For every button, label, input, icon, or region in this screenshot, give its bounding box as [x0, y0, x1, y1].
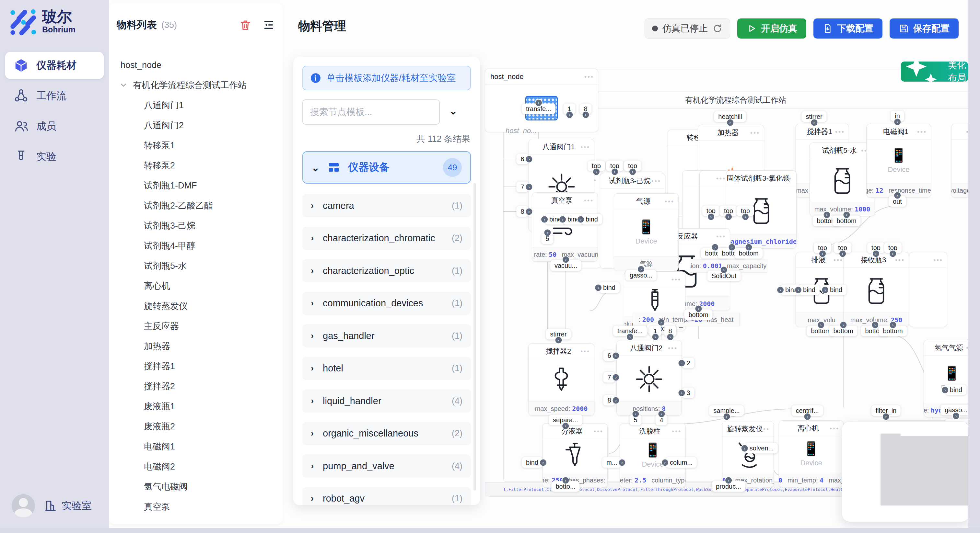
- canvas-node-分液器[interactable]: 分液器•••volume: 250has_phases: true: [542, 423, 608, 487]
- port-dot-icon[interactable]: ›: [839, 251, 846, 257]
- port-dot-icon[interactable]: ›: [555, 337, 562, 344]
- template-category-liquid_handler[interactable]: › liquid_handler (4): [302, 389, 471, 412]
- port-dot-icon[interactable]: ›: [526, 184, 533, 190]
- simulation-status-badge[interactable]: 仿真已停止: [644, 19, 730, 38]
- port-dot-icon[interactable]: ›: [725, 477, 732, 484]
- template-category-hotel[interactable]: › hotel (1): [302, 357, 471, 380]
- port-dot-icon[interactable]: ›: [889, 322, 896, 328]
- template-category-camera[interactable]: › camera (1): [302, 194, 471, 217]
- tree-item[interactable]: 电磁阀2: [117, 457, 279, 477]
- port-dot-icon[interactable]: ›: [819, 251, 826, 257]
- canvas-node-离心机[interactable]: 离心机•••📱Devicep: 40min_temp: 4max_spe: [779, 420, 843, 487]
- port-dot-icon[interactable]: ›: [894, 192, 900, 199]
- port-label-8[interactable]: 8›: [664, 326, 676, 336]
- port-dot-icon[interactable]: ›: [563, 257, 569, 263]
- canvas-node-洗脱柱[interactable]: 洗脱柱•••📱Devicediameter: 2.5column_type: s…: [620, 423, 686, 487]
- port-label-vacuu...[interactable]: vacuu...›: [550, 260, 581, 271]
- port-label-top[interactable]: top›: [606, 160, 624, 171]
- port-label-5[interactable]: 5›: [629, 415, 641, 425]
- port-dot-icon[interactable]: ›: [811, 119, 817, 126]
- port-dot-icon[interactable]: ›: [562, 477, 569, 484]
- node-menu-icon[interactable]: •••: [665, 198, 675, 205]
- port-dot-icon[interactable]: ›: [566, 112, 573, 118]
- port-label-8[interactable]: 8›: [603, 395, 615, 406]
- port-label-3[interactable]: 3›: [682, 388, 694, 398]
- port-label-8[interactable]: 8›: [579, 104, 592, 114]
- chevron-down-icon[interactable]: [119, 81, 128, 89]
- port-label-bind[interactable]: bind›: [946, 385, 966, 395]
- port-dot-icon[interactable]: ›: [889, 251, 896, 257]
- node-menu-icon[interactable]: •••: [933, 256, 943, 263]
- port-dot-icon[interactable]: ›: [725, 214, 732, 220]
- port-dot-icon[interactable]: ›: [873, 251, 879, 257]
- port-label-top[interactable]: top›: [814, 243, 831, 253]
- port-label-transfe...[interactable]: transfe...›: [613, 326, 647, 336]
- port-dot-icon[interactable]: ›: [777, 287, 784, 293]
- port-label-bottom[interactable]: bottom›: [832, 216, 861, 226]
- port-label-transfe...[interactable]: transfe...›: [522, 104, 555, 114]
- tree-item[interactable]: 试剂瓶1-DMF: [117, 176, 279, 195]
- port-dot-icon[interactable]: ›: [662, 459, 668, 466]
- tree-item[interactable]: 离心机: [117, 276, 279, 296]
- port-label-1[interactable]: 1›: [563, 104, 575, 114]
- port-label-bottom[interactable]: bottom›: [734, 248, 762, 259]
- sidebar-item-1[interactable]: 工作流: [5, 82, 104, 109]
- port-dot-icon[interactable]: ›: [721, 267, 727, 273]
- port-label-in[interactable]: in›: [891, 111, 904, 121]
- node-menu-icon[interactable]: •••: [651, 177, 661, 185]
- port-dot-icon[interactable]: ›: [695, 306, 702, 312]
- port-dot-icon[interactable]: ›: [741, 445, 748, 451]
- canvas-node-气源[interactable]: 气源•••📱Device气源: [614, 194, 679, 271]
- port-label-solven...[interactable]: solven...›: [745, 443, 778, 454]
- node-menu-icon[interactable]: •••: [672, 427, 681, 435]
- port-label-6[interactable]: 6›: [603, 351, 615, 361]
- port-dot-icon[interactable]: ›: [582, 112, 589, 118]
- port-label-produc...[interactable]: produc...›: [712, 481, 745, 492]
- port-dot-icon[interactable]: ›: [804, 414, 810, 420]
- port-label-8[interactable]: 8›: [516, 206, 528, 217]
- port-label-colum...[interactable]: colum...›: [666, 457, 697, 468]
- port-label-7[interactable]: 7›: [603, 372, 615, 383]
- port-dot-icon[interactable]: ›: [729, 244, 735, 251]
- port-dot-icon[interactable]: ›: [541, 216, 548, 222]
- port-label-bottom[interactable]: bottom›: [684, 309, 712, 320]
- port-dot-icon[interactable]: ›: [818, 322, 824, 328]
- download-config-button[interactable]: 下载配置: [813, 19, 883, 38]
- template-category-robot_agv[interactable]: › robot_agv (1): [302, 487, 471, 506]
- port-dot-icon[interactable]: ›: [562, 423, 569, 429]
- node-menu-icon[interactable]: •••: [581, 143, 590, 151]
- port-dot-icon[interactable]: ›: [667, 334, 673, 340]
- port-dot-icon[interactable]: ›: [723, 414, 730, 420]
- port-dot-icon[interactable]: ›: [708, 214, 714, 220]
- node-menu-icon[interactable]: •••: [760, 425, 770, 433]
- port-dot-icon[interactable]: ›: [795, 287, 802, 293]
- port-dot-icon[interactable]: ›: [559, 216, 566, 222]
- port-label-5[interactable]: 5›: [541, 233, 553, 244]
- canvas-node-八通阀门2[interactable]: 八通阀门2•••positions: 8: [616, 340, 682, 416]
- port-label-out[interactable]: out›: [889, 196, 906, 207]
- port-label-6[interactable]: 6›: [516, 154, 528, 165]
- port-dot-icon[interactable]: ›: [629, 169, 636, 175]
- minimap-viewport[interactable]: [880, 436, 968, 506]
- port-dot-icon[interactable]: ›: [526, 208, 533, 215]
- port-label-stirrer[interactable]: stirrer›: [546, 329, 571, 339]
- tree-item[interactable]: 试剂瓶3-己烷: [117, 216, 279, 236]
- tree-item[interactable]: 真空泵: [117, 497, 279, 517]
- sidebar-item-0[interactable]: 仪器耗材: [5, 52, 104, 79]
- tree-item[interactable]: 转移泵1: [117, 135, 279, 155]
- beautify-layout-button[interactable]: 美化布局: [901, 62, 968, 82]
- node-menu-icon[interactable]: •••: [668, 344, 678, 352]
- port-label-top[interactable]: top›: [702, 206, 720, 216]
- node-menu-icon[interactable]: •••: [895, 256, 905, 263]
- port-dot-icon[interactable]: ›: [712, 244, 718, 251]
- port-dot-icon[interactable]: ›: [894, 119, 900, 125]
- tree-item[interactable]: 搅拌器2: [117, 376, 279, 397]
- port-label-bind[interactable]: bind›: [599, 282, 620, 293]
- node-menu-icon[interactable]: •••: [671, 276, 681, 283]
- port-label-bind[interactable]: bind›: [522, 457, 542, 468]
- port-dot-icon[interactable]: ›: [822, 287, 828, 293]
- template-category-organic_miscellaneous[interactable]: › organic_miscellaneous (2): [302, 422, 471, 445]
- node-menu-icon[interactable]: •••: [594, 427, 603, 435]
- sidebar-item-3[interactable]: 实验: [5, 143, 104, 170]
- port-dot-icon[interactable]: ›: [595, 284, 601, 291]
